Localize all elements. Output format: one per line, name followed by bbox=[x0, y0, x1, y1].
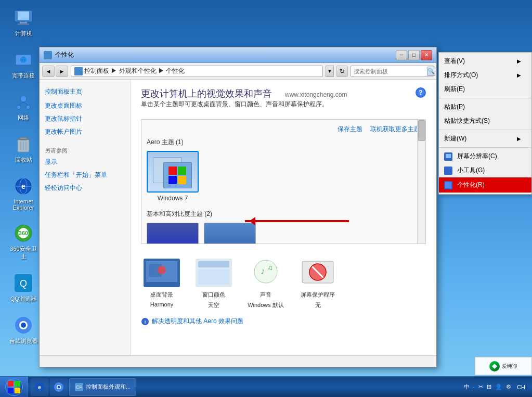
sound-label: 声音 bbox=[260, 291, 271, 299]
tray-icon-5[interactable]: ⚙ bbox=[505, 383, 512, 390]
ctx-view[interactable]: 查看(V) ▶ bbox=[439, 54, 531, 68]
desktop-icon-network-label: 网络 bbox=[18, 114, 29, 122]
desktop-bg-sublabel: Harmony bbox=[150, 301, 174, 308]
close-button[interactable]: ✕ bbox=[421, 50, 432, 60]
desktop-icon-chrome[interactable]: 合款浏览器 bbox=[5, 313, 42, 347]
screensaver-sublabel: 无 bbox=[315, 301, 321, 309]
tray-icon-1[interactable]: · bbox=[472, 384, 476, 390]
ctx-new[interactable]: 新建(W) ▶ bbox=[439, 132, 531, 146]
sound-item[interactable]: ♪ ♫ 声音 Windows 默认 bbox=[245, 257, 287, 309]
desktop-bg-icon bbox=[141, 257, 183, 288]
svg-text:🌐: 🌐 bbox=[20, 57, 27, 63]
desktop-bg-svg bbox=[144, 259, 180, 287]
page-header-left: 更改计算机上的视觉效果和声音 www.xitongcheng.com 单击某个主… bbox=[141, 87, 347, 117]
desktop-icon-broadband[interactable]: 🌐 宽带连接 bbox=[5, 47, 42, 82]
sidebar-link-account[interactable]: 更改帐户图片 bbox=[45, 127, 125, 136]
ctx-resolution-icon bbox=[444, 152, 452, 161]
desktop-icon-list: 计算机 🌐 宽带连接 网络 bbox=[5, 5, 42, 347]
svg-rect-58 bbox=[8, 388, 14, 393]
windows7-theme-preview bbox=[147, 151, 199, 193]
clock[interactable]: CH bbox=[514, 384, 528, 390]
ctx-gadgets[interactable]: 小工具(G) bbox=[439, 163, 531, 177]
desktop-icon-360-label: 360安全卫士 bbox=[7, 245, 40, 261]
aero-help-link[interactable]: i 解决透明度和其他 Aero 效果问题 bbox=[141, 317, 426, 326]
tray-icon-3[interactable]: ⊞ bbox=[486, 383, 492, 390]
taskbar: e CP 控制面板外观和... 中 · ✂ bbox=[0, 376, 532, 397]
tray-icon-4[interactable]: 👤 bbox=[494, 383, 503, 390]
forward-button[interactable]: ► bbox=[56, 66, 68, 77]
svg-point-64 bbox=[58, 386, 60, 388]
ctx-paste-shortcut-label: 粘贴快捷方式(S) bbox=[444, 117, 490, 125]
ctx-paste-shortcut[interactable]: 粘贴快捷方式(S) bbox=[439, 114, 531, 128]
desktop-icon-recycle[interactable]: 回收站 bbox=[5, 132, 42, 166]
ctx-new-arrow: ▶ bbox=[517, 136, 521, 142]
basic-theme-1[interactable] bbox=[147, 223, 199, 244]
svg-rect-34 bbox=[168, 176, 177, 184]
context-menu: 查看(V) ▶ 排序方式(O) ▶ 刷新(E) 粘贴(P) 粘贴快捷方式(S) … bbox=[438, 52, 532, 195]
page-subtitle: 单击某个主题即可更改桌面背景、窗口颜色、声音和屏幕保护程序。 bbox=[141, 100, 347, 109]
taskbar-items: e CP 控制面板外观和... bbox=[28, 378, 459, 396]
desktop-icon-computer[interactable]: 计算机 bbox=[5, 5, 42, 40]
address-text: 控制面板 ▶ 外观和个性化 ▶ 个性化 bbox=[84, 67, 185, 75]
ctx-refresh[interactable]: 刷新(E) bbox=[439, 82, 531, 96]
save-theme-link[interactable]: 保存主题 bbox=[338, 125, 362, 134]
window-color-item[interactable]: 窗口颜色 天空 bbox=[193, 257, 235, 309]
ctx-sort[interactable]: 排序方式(O) ▶ bbox=[439, 68, 531, 82]
taskbar-controlpanel-item[interactable]: CP 控制面板外观和... bbox=[69, 378, 136, 396]
svg-line-10 bbox=[19, 102, 23, 105]
sidebar-home-link[interactable]: 控制面板主页 bbox=[45, 87, 125, 96]
svg-point-43 bbox=[254, 260, 277, 283]
desktop-icon-qq[interactable]: Q QQ浏览器 bbox=[5, 271, 42, 305]
ctx-resolution[interactable]: 屏幕分辨率(C) bbox=[439, 149, 531, 163]
sidebar-link-mouse[interactable]: 更改鼠标指针 bbox=[45, 114, 125, 123]
desktop-icon-ie[interactable]: e Internet Explorer bbox=[5, 174, 42, 213]
sidebar-also-display[interactable]: 显示 bbox=[45, 158, 125, 167]
win7-logo-svg bbox=[168, 167, 187, 185]
svg-text:e: e bbox=[21, 182, 25, 190]
ctx-paste[interactable]: 粘贴(P) bbox=[439, 100, 531, 114]
sidebar-link-desktop-icon[interactable]: 更改桌面图标 bbox=[45, 101, 125, 110]
nav-buttons: ◄ ► bbox=[42, 66, 68, 77]
window-title: 个性化 bbox=[55, 50, 74, 59]
desktop-icon-qq-label: QQ浏览器 bbox=[10, 295, 36, 303]
ctx-sort-arrow: ▶ bbox=[517, 72, 521, 78]
sidebar-also-taskbar[interactable]: 任务栏和「开始」菜单 bbox=[45, 171, 125, 180]
status-bar bbox=[40, 355, 436, 367]
minimize-button[interactable]: ─ bbox=[396, 50, 407, 60]
screensaver-svg bbox=[300, 259, 336, 287]
address-path[interactable]: 控制面板 ▶ 外观和个性化 ▶ 个性化 bbox=[71, 66, 323, 77]
search-input[interactable] bbox=[354, 68, 425, 74]
tray-input-icon[interactable]: 中 bbox=[463, 383, 471, 391]
taskbar-chrome-icon[interactable] bbox=[50, 378, 68, 396]
sidebar-also-ease[interactable]: 轻松访问中心 bbox=[45, 184, 125, 193]
refresh-button[interactable]: ↻ bbox=[336, 66, 348, 77]
maximize-button[interactable]: □ bbox=[408, 50, 420, 60]
back-button[interactable]: ◄ bbox=[42, 66, 55, 77]
window-color-svg bbox=[196, 259, 232, 287]
aero-theme-grid: Windows 7 bbox=[147, 151, 420, 202]
help-icon[interactable]: ? bbox=[416, 87, 426, 98]
svg-rect-35 bbox=[178, 176, 186, 184]
desktop-icon-network[interactable]: 网络 bbox=[5, 89, 42, 124]
start-button[interactable] bbox=[0, 377, 28, 398]
screensaver-item[interactable]: 屏幕保护程序 无 bbox=[297, 257, 339, 309]
window-titlebar: 个性化 ─ □ ✕ bbox=[40, 47, 436, 63]
ctx-resolution-row: 屏幕分辨率(C) bbox=[444, 152, 497, 161]
search-box: 🔍 bbox=[351, 66, 434, 77]
ctx-sep-3 bbox=[439, 147, 531, 148]
address-dropdown[interactable]: ▼ bbox=[326, 66, 334, 77]
search-button[interactable]: 🔍 bbox=[427, 67, 435, 76]
themes-scrollbar[interactable] bbox=[417, 120, 425, 244]
sidebar-also-title: 另请参阅 bbox=[45, 147, 125, 155]
scrollbar-thumb[interactable] bbox=[418, 120, 425, 141]
svg-point-9 bbox=[26, 105, 30, 109]
get-more-link[interactable]: 联机获取更多主题 bbox=[370, 125, 420, 134]
basic-theme-2[interactable] bbox=[204, 223, 256, 244]
themes-header: 保存主题 联机获取更多主题 bbox=[147, 125, 420, 134]
ctx-personalize[interactable]: 个性化(R) bbox=[439, 177, 531, 193]
taskbar-ie-icon[interactable]: e bbox=[31, 378, 48, 396]
desktop-bg-item[interactable]: 桌面背景 Harmony bbox=[141, 257, 183, 308]
desktop-icon-360[interactable]: 360 360安全卫士 bbox=[5, 221, 42, 263]
windows7-theme-item[interactable]: Windows 7 bbox=[147, 151, 199, 202]
tray-icon-2[interactable]: ✂ bbox=[477, 383, 484, 390]
